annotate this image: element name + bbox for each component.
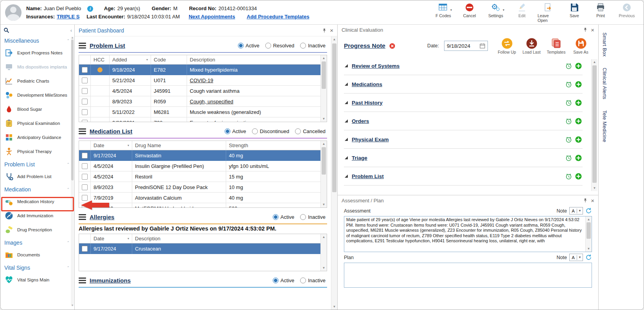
save-as-button[interactable]: Save As (570, 38, 592, 54)
table-row[interactable]: 7/9/2019 Atorvastatin Calcium 40 mg (79, 193, 320, 203)
scrollbar-thumb[interactable] (586, 222, 591, 239)
sidebar-item-anticipatory-guidance[interactable]: Anticipatory Guidance (0, 130, 74, 144)
tab-smart-box[interactable]: Smart Box (602, 32, 607, 57)
expand-triangle-icon[interactable] (345, 64, 348, 67)
section-physical-exam[interactable]: Physical Exam (344, 130, 583, 149)
clinical-evaluation-scrollbar[interactable]: ▲ ▼ (591, 59, 597, 191)
row-checkbox[interactable] (82, 67, 88, 73)
table-scrollbar[interactable]: ▲ ▼ (320, 141, 327, 207)
table-row[interactable]: 4/5/2024 Restoril 15 mg (79, 171, 320, 182)
scroll-down-icon[interactable]: ▼ (586, 246, 592, 252)
row-checkbox[interactable] (82, 205, 88, 208)
previous-button[interactable]: Previous (616, 2, 637, 18)
table-row[interactable]: 5/21/2024 U071 COVID-19 (79, 75, 320, 86)
scrollbar-thumb[interactable] (332, 43, 336, 192)
col-drug-name[interactable]: Drug Name (132, 141, 226, 150)
sidebar-section-vital-signs[interactable]: Vital Signs⌃ (0, 262, 74, 273)
pin-icon[interactable] (322, 28, 327, 33)
section-past-history[interactable]: Past History (344, 94, 583, 112)
settings-button[interactable]: ▾ Settings (485, 2, 506, 18)
sidebar-item-vital-signs-main[interactable]: Vital Signs Main (0, 273, 74, 287)
templates-button[interactable]: Templates (545, 38, 567, 54)
sidebar-section-images[interactable]: Images⌃ (0, 237, 74, 248)
row-checkbox[interactable] (82, 174, 88, 180)
filter-inactive[interactable]: Inactive (300, 214, 326, 220)
table-scrollbar[interactable]: ▲ ▼ (320, 234, 327, 271)
dashboard-scrollbar[interactable]: ▲ ▼ (331, 36, 337, 310)
calendar-icon[interactable] (480, 43, 485, 49)
sort-caret-icon[interactable]: ▾ (146, 58, 148, 61)
sort-caret-icon[interactable]: ▾ (128, 144, 129, 147)
edit-button[interactable]: Edit (511, 2, 532, 18)
filter-active[interactable]: Active (273, 214, 294, 220)
scroll-up-icon[interactable]: ▲ (331, 36, 337, 42)
immunizations-title[interactable]: Immunizations (90, 277, 131, 284)
add-icon[interactable] (575, 81, 582, 88)
sidebar-item-add-immunization[interactable]: Add Immunization (0, 209, 74, 223)
table-scrollbar[interactable]: ▲ ▼ (320, 55, 327, 122)
plan-textarea[interactable] (344, 263, 592, 288)
table-row[interactable]: 8/9/2023 R059 Cough, unspecified (79, 96, 320, 107)
scroll-down-icon[interactable]: ▼ (331, 304, 337, 310)
col-code[interactable]: Code (151, 55, 187, 65)
row-checkbox[interactable] (82, 195, 88, 201)
load-last-button[interactable]: Load Last (520, 38, 543, 54)
search-icon[interactable] (4, 27, 9, 33)
expand-triangle-icon[interactable] (345, 138, 348, 141)
timer-icon[interactable] (565, 63, 572, 69)
expand-triangle-icon[interactable] (345, 101, 348, 104)
assessment-scrollbar[interactable]: ▲ ▼ (585, 216, 592, 252)
timer-icon[interactable] (565, 136, 572, 143)
sidebar-section-miscellaneous[interactable]: Miscellaneous⌃ (0, 35, 74, 46)
close-icon[interactable]: × (330, 27, 333, 33)
allergies-title[interactable]: Allergies (90, 214, 114, 220)
sidebar-item-documents[interactable]: Documents (0, 248, 74, 262)
add-icon[interactable] (575, 99, 582, 106)
table-row[interactable]: 5/11/2022 M6281 Muscle weakness (general… (79, 107, 320, 117)
filter-resolved[interactable]: Resolved (265, 43, 294, 49)
row-checkbox[interactable] (82, 153, 88, 159)
sidebar-item-mis-dispositivos[interactable]: Mis dispositivos implanta (0, 60, 74, 74)
scroll-up-icon[interactable]: ▲ (321, 234, 327, 240)
sort-caret-icon[interactable]: ▾ (128, 237, 129, 240)
scrollbar-thumb[interactable] (322, 61, 326, 89)
filter-active[interactable]: Active (225, 128, 246, 134)
dropdown-caret-icon[interactable]: ▾ (503, 8, 504, 12)
sidebar-item-blood-sugar[interactable]: Blood Sugar (0, 102, 74, 116)
filter-inactive[interactable]: Inactive (300, 278, 326, 283)
table-row[interactable]: 4/5/2024 Insulin Glargine (Prefilled Pen… (79, 161, 320, 171)
close-icon[interactable]: × (591, 27, 594, 33)
menu-icon[interactable] (79, 278, 86, 283)
row-checkbox[interactable] (82, 120, 88, 123)
timer-icon[interactable] (565, 173, 572, 180)
table-row[interactable]: 4/5/2024 J45991 Cough variant asthma (79, 86, 320, 96)
sidebar-item-export-progress-notes[interactable]: Export Progress Notes (0, 46, 74, 60)
progress-note-close-icon[interactable] (389, 43, 395, 49)
table-row[interactable]: 9/17/2024 Crustacean (79, 243, 320, 254)
scroll-up-icon[interactable]: ▲ (321, 55, 327, 61)
scroll-up-icon[interactable]: ▲ (71, 36, 74, 39)
leave-open-button[interactable]: Leave Open (538, 2, 559, 23)
scroll-down-icon[interactable]: ▼ (321, 265, 327, 271)
dropdown-caret-icon[interactable]: ▾ (450, 8, 452, 12)
col-hcc[interactable]: HCC (91, 55, 110, 65)
medication-list-title[interactable]: Medication List (90, 128, 132, 135)
table-row[interactable]: 8/9/2023 PredniSONE 12 Day Dose Pack 10 … (79, 182, 320, 193)
refresh-icon[interactable] (585, 254, 592, 261)
timer-icon[interactable] (565, 118, 572, 124)
print-button[interactable]: Print (590, 2, 611, 18)
section-review-of-systems[interactable]: Review of Systems (344, 57, 583, 75)
menu-icon[interactable] (79, 43, 86, 49)
table-row[interactable]: 9/17/2024 Simvastatin 40 mg (79, 150, 320, 161)
row-checkbox[interactable] (82, 109, 88, 115)
sidebar-item-physical-examination[interactable]: Physical Examination (0, 116, 74, 130)
col-description[interactable]: Description (132, 234, 320, 243)
section-orders[interactable]: Orders (344, 112, 583, 130)
refresh-icon[interactable] (585, 207, 592, 214)
tab-clinical-alerts[interactable]: Clinical Alerts (602, 68, 607, 99)
timer-icon[interactable] (565, 155, 572, 161)
section-triage[interactable]: Triage (344, 149, 583, 167)
filter-active[interactable]: Active (238, 43, 259, 49)
pin-icon[interactable] (583, 27, 588, 32)
row-checkbox[interactable] (82, 78, 88, 83)
